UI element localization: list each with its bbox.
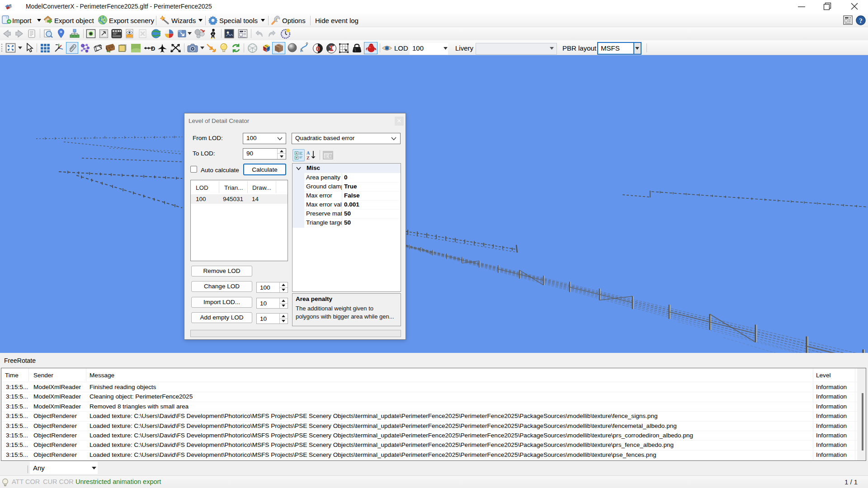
svg-text:A: A <box>307 150 310 155</box>
svg-text:Z: Z <box>307 155 310 160</box>
